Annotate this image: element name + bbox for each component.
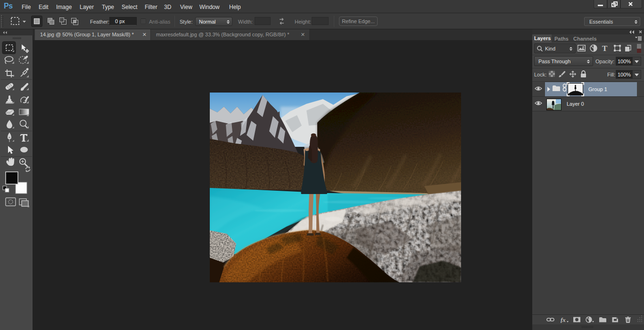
svg-text:fx: fx [561,316,566,323]
svg-text:T: T [602,44,608,52]
